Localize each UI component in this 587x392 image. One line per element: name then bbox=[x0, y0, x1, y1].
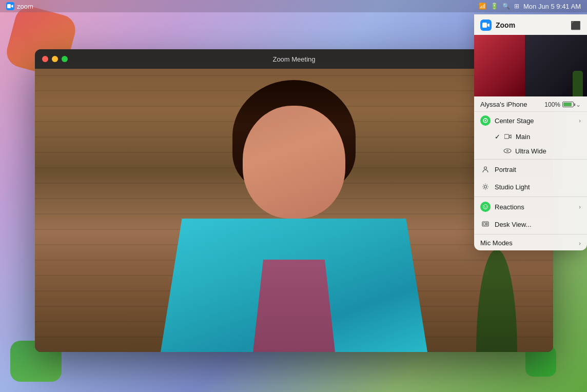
device-chevron-icon[interactable]: ⌄ bbox=[576, 101, 581, 108]
panel-app-name: Zoom bbox=[496, 21, 515, 29]
divider-2 bbox=[474, 197, 587, 197]
panel-screen-icon[interactable]: ⬛ bbox=[571, 21, 581, 30]
center-stage-item[interactable]: Center Stage › bbox=[474, 112, 587, 129]
main-camera-label: Main bbox=[516, 133, 530, 141]
center-stage-chevron: › bbox=[579, 117, 581, 124]
mic-modes-chevron: › bbox=[579, 240, 581, 246]
person-face bbox=[243, 106, 345, 219]
menubar: zoom 📶 🔋 🔍 ⊞ Mon Jun 5 9:41 AM bbox=[0, 0, 587, 12]
svg-rect-22 bbox=[486, 223, 487, 224]
studio-light-label: Studio Light bbox=[495, 183, 581, 191]
panel-device-row: Alyssa's iPhone 100% ⌄ bbox=[474, 96, 587, 112]
svg-rect-0 bbox=[7, 4, 11, 8]
svg-rect-21 bbox=[483, 223, 485, 225]
svg-line-14 bbox=[487, 188, 487, 189]
camera-main-item[interactable]: ✓ Main bbox=[474, 129, 587, 144]
divider-1 bbox=[474, 159, 587, 160]
portrait-label: Portrait bbox=[495, 166, 581, 173]
panel-header: Zoom ⬛ bbox=[474, 14, 587, 35]
svg-point-3 bbox=[485, 120, 486, 122]
reactions-label: Reactions bbox=[495, 203, 579, 211]
battery-fill bbox=[563, 103, 572, 106]
battery-icon: 🔋 bbox=[491, 3, 498, 10]
portrait-icon bbox=[480, 164, 491, 174]
desk-view-label: Desk View... bbox=[495, 221, 581, 228]
reactions-icon bbox=[480, 202, 491, 212]
divider-3 bbox=[474, 234, 587, 234]
maximize-button[interactable] bbox=[62, 56, 68, 62]
studio-light-item[interactable]: Studio Light bbox=[474, 178, 587, 195]
svg-rect-23 bbox=[486, 224, 487, 225]
desk-view-item[interactable]: Desk View... bbox=[474, 215, 587, 233]
menubar-left: zoom bbox=[6, 2, 33, 10]
svg-point-6 bbox=[507, 150, 508, 152]
main-camera-icon bbox=[503, 132, 513, 141]
battery-bar bbox=[562, 102, 574, 107]
control-center-icon[interactable]: ⊞ bbox=[514, 3, 519, 10]
svg-line-16 bbox=[483, 188, 484, 189]
svg-point-19 bbox=[486, 206, 487, 207]
svg-point-18 bbox=[484, 206, 485, 207]
svg-point-8 bbox=[484, 186, 487, 188]
svg-point-7 bbox=[484, 167, 487, 169]
svg-rect-4 bbox=[504, 134, 509, 139]
desk-view-icon bbox=[480, 219, 491, 229]
device-name-label: Alyssa's iPhone bbox=[480, 101, 527, 108]
menubar-datetime: Mon Jun 5 9:41 AM bbox=[523, 3, 581, 10]
reactions-chevron: › bbox=[579, 204, 581, 210]
main-check-icon: ✓ bbox=[495, 133, 500, 141]
thumb-bg-left bbox=[474, 35, 525, 96]
wifi-icon: 📶 bbox=[479, 3, 486, 10]
center-stage-label: Center Stage bbox=[495, 117, 579, 125]
ultrawide-camera-label: Ultra Wide bbox=[515, 147, 546, 155]
spotlight-icon[interactable]: 🔍 bbox=[502, 3, 510, 10]
panel-video-thumbnail bbox=[474, 35, 587, 96]
svg-point-5 bbox=[504, 149, 511, 153]
zoom-app-icon bbox=[480, 19, 492, 31]
zoom-panel: Zoom ⬛ Alyssa's iPhone 100% ⌄ bbox=[474, 14, 587, 250]
ultrawide-camera-icon bbox=[503, 146, 512, 155]
traffic-lights bbox=[42, 56, 68, 62]
svg-line-15 bbox=[487, 185, 487, 185]
menubar-right: 📶 🔋 🔍 ⊞ Mon Jun 5 9:41 AM bbox=[479, 3, 581, 10]
zoom-menu-icon bbox=[6, 2, 14, 10]
close-button[interactable] bbox=[42, 56, 48, 62]
mic-modes-item[interactable]: Mic Modes › bbox=[474, 236, 587, 250]
panel-zoom-logo: Zoom bbox=[480, 19, 515, 31]
svg-point-17 bbox=[483, 205, 488, 209]
menubar-zoom-label: zoom bbox=[17, 3, 33, 10]
studio-light-icon bbox=[480, 182, 491, 192]
battery-tip bbox=[574, 103, 575, 106]
portrait-item[interactable]: Portrait bbox=[474, 161, 587, 178]
battery-percent-label: 100% bbox=[544, 101, 560, 108]
mic-modes-label: Mic Modes bbox=[480, 239, 513, 247]
device-battery: 100% ⌄ bbox=[544, 101, 581, 108]
thumb-plant bbox=[573, 71, 583, 96]
minimize-button[interactable] bbox=[52, 56, 58, 62]
participant-video bbox=[140, 65, 448, 352]
center-stage-icon bbox=[480, 115, 491, 126]
camera-ultrawide-item[interactable]: Ultra Wide bbox=[474, 144, 587, 158]
menubar-zoom-app[interactable]: zoom bbox=[6, 2, 33, 10]
window-title: Zoom Meeting bbox=[272, 55, 315, 63]
reactions-item[interactable]: Reactions › bbox=[474, 198, 587, 215]
svg-line-13 bbox=[483, 185, 484, 185]
svg-rect-1 bbox=[482, 23, 487, 28]
